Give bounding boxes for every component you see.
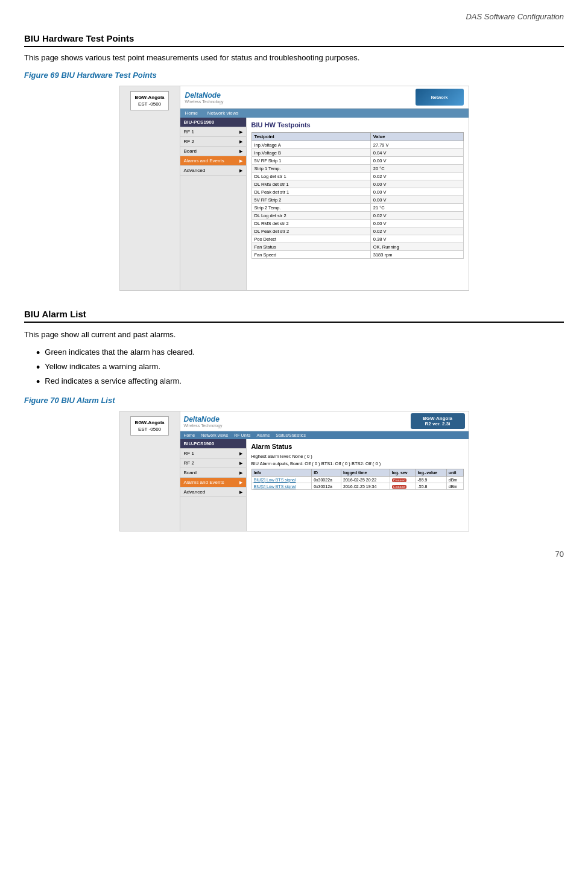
sidebar2-alarms[interactable]: Alarms and Events▶ xyxy=(180,478,246,487)
nav-bar2: Home Network views RF Units Alarms Statu… xyxy=(180,431,469,439)
table-cell: Strip 1 Temp. xyxy=(251,165,370,173)
nav-bar1: Home Network views xyxy=(180,109,469,118)
alarm-highest-level: Highest alarm level: None ( 0 ) xyxy=(251,454,464,459)
col-id: ID xyxy=(312,469,341,477)
content-area1: BIU-PCS1900 RF 1▶ RF 2▶ Board▶ Alarms an… xyxy=(180,118,469,290)
alarm-cell: 0x30022a xyxy=(312,477,341,483)
col-testpoint: Testpoint xyxy=(251,133,370,141)
top-banner: BGW-Angola R2 ver. 2.3i xyxy=(411,413,465,429)
sidebar2: BIU-PCS1900 RF 1▶ RF 2▶ Board▶ Alarms an… xyxy=(180,439,247,531)
main-content1: BIU HW Testpoints Testpoint Value Inp.Vo… xyxy=(247,118,469,290)
table-cell: Fan Speed xyxy=(251,251,370,259)
table-cell: 0.04 V xyxy=(370,149,463,157)
alarm-row: BIU[2] Low BTS signal0x30022a2016-02-25 … xyxy=(251,477,463,483)
alarm-cell: 2016-02-25 19:34 xyxy=(341,483,390,490)
alarm-cell-status: Ceased xyxy=(390,477,416,483)
sidebar-header: BIU-PCS1900 xyxy=(180,118,246,127)
table-row: Fan StatusOK, Running xyxy=(251,243,463,251)
table-row: DL Peak det str 20.02 V xyxy=(251,227,463,235)
table-cell: 0.00 V xyxy=(370,196,463,204)
alarm-info-link[interactable]: BIU[1] Low BTS signal xyxy=(254,484,296,489)
nav2-status[interactable]: Status/Statistics xyxy=(276,433,306,437)
table-cell: 0.00 V xyxy=(370,180,463,188)
table-cell: DL Log det str 1 xyxy=(251,173,370,180)
table-cell: Fan Status xyxy=(251,243,370,251)
sidebar2-rf2[interactable]: RF 2▶ xyxy=(180,458,246,468)
table-cell: DL Peak det str 2 xyxy=(251,227,370,235)
section2-desc: This page show all current and past alar… xyxy=(24,330,564,339)
deltanode-logo: DeltaNode xyxy=(185,91,224,100)
panel-title1: BIU HW Testpoints xyxy=(251,121,464,128)
table-cell: 21 °C xyxy=(370,204,463,212)
table-cell: Pos Detect xyxy=(251,235,370,243)
table-row: Inp.Voltage A27.79 V xyxy=(251,141,463,149)
figure69-left-panel: BGW-Angola EST -0500 xyxy=(120,86,180,290)
table-cell: Inp.Voltage A xyxy=(251,141,370,149)
table-cell: 0.00 V xyxy=(370,220,463,227)
deltanode-logo-block: DeltaNode Wireless Technology xyxy=(185,91,224,104)
table-row: DL Peak det str 10.00 V xyxy=(251,188,463,196)
nav2-home[interactable]: Home xyxy=(184,433,195,437)
nav2-alarms[interactable]: Alarms xyxy=(257,433,270,437)
table-cell: DL RMS det str 2 xyxy=(251,220,370,227)
bullet-yellow: Yellow indicates a warning alarm. xyxy=(36,362,564,373)
logo-row2: DeltaNode Wireless Technology BGW-Angola… xyxy=(180,411,469,431)
alarm-info-link[interactable]: BIU[2] Low BTS signal xyxy=(254,478,296,482)
sidebar2-advanced[interactable]: Advanced▶ xyxy=(180,487,246,497)
sidebar-item-rf2[interactable]: RF 2▶ xyxy=(180,137,246,147)
col-log-sev: log. sev xyxy=(390,469,416,477)
col-info: Info xyxy=(251,469,312,477)
alarm-cell: 2016-02-25 20:22 xyxy=(341,477,390,483)
table-cell: DL Log det str 2 xyxy=(251,212,370,220)
col-unit: unit xyxy=(446,469,463,477)
section1-heading: BIU Hardware Test Points xyxy=(24,33,564,47)
table-cell: 27.79 V xyxy=(370,141,463,149)
table-cell: 0.38 V xyxy=(370,235,463,243)
bullet-list: Green indicates that the alarm has clear… xyxy=(36,347,564,387)
table-cell: 0.02 V xyxy=(370,227,463,235)
device-info-box2: BGW-Angola EST -0500 xyxy=(130,416,168,436)
sidebar2-rf1[interactable]: RF 1▶ xyxy=(180,449,246,458)
nav-home[interactable]: Home xyxy=(185,110,198,116)
table-cell: Inp.Voltage B xyxy=(251,149,370,157)
alarm-cell-info: BIU[1] Low BTS signal xyxy=(251,483,312,490)
status-badge: Ceased xyxy=(392,485,407,489)
testpoints-table: Testpoint Value Inp.Voltage A27.79 VInp.… xyxy=(251,132,464,259)
sidebar-item-board[interactable]: Board▶ xyxy=(180,147,246,156)
nav2-rf[interactable]: RF Units xyxy=(234,433,250,437)
alarm-cell: 0x30012a xyxy=(312,483,341,490)
network-image: Network xyxy=(416,89,464,106)
figure70-container: BGW-Angola EST -0500 DeltaNode Wireless … xyxy=(24,411,564,531)
sidebar2-board[interactable]: Board▶ xyxy=(180,468,246,478)
nav-network-views[interactable]: Network views xyxy=(207,110,239,116)
sidebar-item-alarms[interactable]: Alarms and Events▶ xyxy=(180,156,246,166)
alarm-main-content: Alarm Status Highest alarm level: None (… xyxy=(247,439,469,531)
alarm-status-title: Alarm Status xyxy=(251,443,464,450)
table-row: 5V RF Strip 20.00 V xyxy=(251,196,463,204)
logo-row: DeltaNode Wireless Technology Network xyxy=(180,86,469,109)
table-cell: 3183 rpm xyxy=(370,251,463,259)
device-info-box: BGW-Angola EST -0500 xyxy=(130,91,168,110)
figure70-left-panel: BGW-Angola EST -0500 xyxy=(120,411,180,531)
figure69-screenshot: BGW-Angola EST -0500 DeltaNode Wireless … xyxy=(119,86,469,291)
section1-desc: This page shows various test point measu… xyxy=(24,53,564,62)
deltanode-logo2: DeltaNode xyxy=(184,415,223,423)
alarm-cell-info: BIU[2] Low BTS signal xyxy=(251,477,312,483)
table-cell: 0.00 V xyxy=(370,188,463,196)
status-badge: Ceased xyxy=(392,478,407,482)
figure69-right-panel: DeltaNode Wireless Technology Network Ho… xyxy=(180,86,469,290)
table-row: Strip 2 Temp.21 °C xyxy=(251,204,463,212)
col-value: Value xyxy=(370,133,463,141)
alarm-cell: -55.8 xyxy=(416,483,446,490)
alarm-cell: dBm xyxy=(446,477,463,483)
figure69-caption: Figure 69 BIU Hardware Test Points xyxy=(24,71,564,80)
nav2-network[interactable]: Network views xyxy=(201,433,228,437)
table-row: Fan Speed3183 rpm xyxy=(251,251,463,259)
sidebar-item-rf1[interactable]: RF 1▶ xyxy=(180,127,246,137)
sidebar-item-advanced[interactable]: Advanced▶ xyxy=(180,166,246,176)
figure70-screenshot: BGW-Angola EST -0500 DeltaNode Wireless … xyxy=(119,411,469,531)
table-cell: DL RMS det str 1 xyxy=(251,180,370,188)
sidebar1: BIU-PCS1900 RF 1▶ RF 2▶ Board▶ Alarms an… xyxy=(180,118,247,290)
deltanode-logo-block2: DeltaNode Wireless Technology xyxy=(184,415,223,428)
table-cell: Strip 2 Temp. xyxy=(251,204,370,212)
